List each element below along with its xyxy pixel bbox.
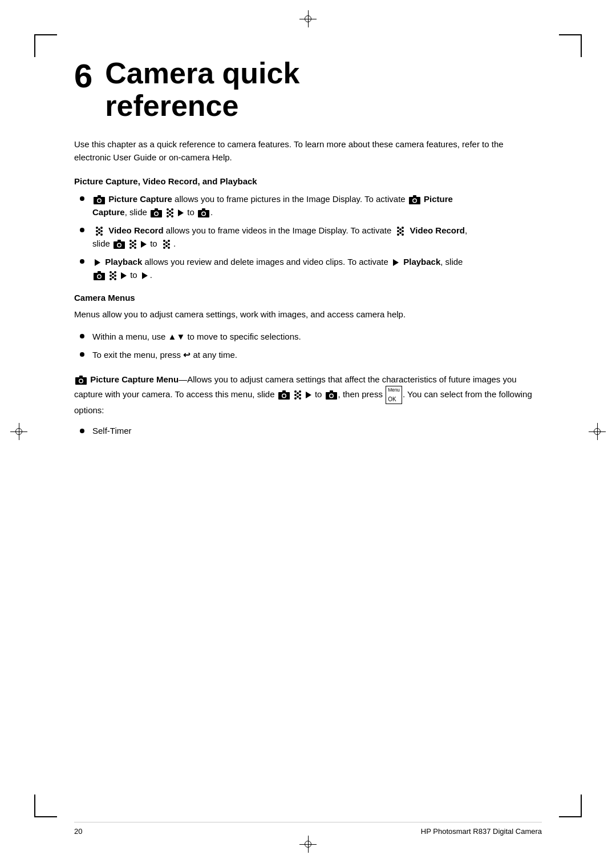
video-icon-2: [395, 227, 406, 236]
list-item: Playback allows you review and delete im…: [80, 256, 542, 281]
svg-point-15: [171, 208, 173, 211]
svg-point-26: [100, 230, 103, 232]
video-target-icon: [161, 240, 172, 249]
svg-rect-79: [79, 376, 83, 378]
svg-point-13: [171, 212, 173, 214]
footer: 20 HP Photosmart R837 Digital Camera: [74, 822, 542, 836]
svg-marker-94: [306, 392, 311, 398]
svg-rect-1: [98, 195, 101, 197]
playback-item: Playback allows you review and delete im…: [92, 256, 542, 281]
capture-menu-paragraph: Picture Capture Menu—Allows you to adjus…: [74, 373, 542, 417]
svg-point-70: [110, 271, 112, 273]
svg-point-25: [96, 230, 98, 232]
svg-point-34: [402, 230, 404, 232]
svg-point-12: [167, 212, 169, 214]
svg-point-92: [297, 392, 299, 394]
play-slide-icon-2: [140, 240, 148, 248]
svg-point-19: [169, 213, 171, 216]
corner-mark-bottom-left: [34, 795, 57, 817]
svg-point-33: [397, 230, 399, 232]
svg-point-72: [110, 278, 112, 280]
cam-slide-icon-3: [94, 271, 105, 280]
svg-marker-20: [178, 209, 184, 216]
svg-point-3: [98, 199, 101, 202]
bullet-dot: [80, 228, 84, 232]
corner-mark-top-left: [34, 34, 57, 57]
slide-icons-menu: [277, 390, 313, 400]
play-slide-icon-3: [120, 272, 128, 280]
playback-bold: Playback: [105, 257, 142, 267]
svg-rect-83: [282, 390, 286, 393]
svg-point-18: [169, 210, 171, 212]
intro-paragraph: Use this chapter as a quick reference to…: [74, 138, 542, 164]
menus-intro: Menus allow you to adjust camera setting…: [74, 308, 542, 321]
svg-marker-76: [121, 272, 127, 279]
play-slide-menu: [305, 391, 313, 399]
svg-marker-62: [95, 259, 100, 266]
section2-heading: Camera Menus: [74, 293, 542, 303]
page-number: 20: [74, 827, 82, 836]
svg-point-39: [399, 228, 402, 231]
page: 6 Camera quickreference Use this chapter…: [0, 0, 616, 863]
list-item: Within a menu, use ▲▼ to move to specifi…: [80, 330, 542, 344]
svg-point-60: [165, 241, 168, 244]
play-icon: [94, 259, 102, 267]
cam-menu-target: [326, 390, 337, 400]
svg-point-51: [132, 241, 134, 244]
crosshair-right: [589, 423, 606, 440]
svg-point-32: [98, 232, 100, 234]
video-slide-icon-3: [107, 271, 119, 280]
capture-menu-bold: Picture Capture Menu: [90, 374, 179, 384]
play-slide-icon: [177, 209, 185, 217]
svg-point-29: [96, 233, 98, 236]
slide-icons-3: [92, 271, 128, 280]
chapter-number: 6: [74, 59, 92, 92]
menu-navigate-item: Within a menu, use ▲▼ to move to specifi…: [92, 330, 542, 344]
svg-point-16: [167, 215, 169, 217]
svg-point-52: [132, 245, 134, 247]
video-record-bold: Video Record: [108, 225, 163, 235]
svg-rect-65: [98, 271, 101, 273]
svg-point-59: [168, 247, 170, 249]
svg-point-40: [399, 232, 402, 234]
slide-icons-2: [112, 240, 148, 249]
svg-point-71: [114, 271, 116, 273]
corner-mark-bottom-right: [559, 795, 582, 817]
svg-point-93: [297, 396, 299, 398]
chapter-title: Camera quickreference: [105, 57, 299, 122]
cam-slide-icon-2: [114, 240, 125, 249]
svg-point-30: [100, 233, 103, 236]
svg-point-67: [98, 275, 101, 278]
chapter-heading: 6 Camera quickreference: [74, 57, 542, 122]
cam-slide-icon: [151, 208, 162, 217]
picture-capture-item: Picture Capture allows you to frame pict…: [92, 193, 542, 219]
video-record-item: Video Record allows you to frame videos …: [92, 224, 542, 250]
svg-rect-42: [117, 240, 121, 242]
svg-point-58: [163, 247, 165, 249]
updown-arrows: ▲▼: [168, 332, 185, 341]
list-item: Self-Timer: [80, 425, 542, 438]
svg-point-57: [168, 240, 170, 242]
video-slide-icon-2: [127, 240, 139, 249]
product-name: HP Photosmart R837 Digital Camera: [421, 827, 542, 836]
video-icon: [94, 227, 105, 236]
playback-bold-2: Playback: [403, 257, 440, 267]
cam-slide-menu: [278, 390, 290, 400]
svg-point-45: [129, 243, 132, 245]
svg-point-74: [112, 273, 114, 275]
svg-rect-96: [330, 390, 333, 393]
svg-point-48: [134, 240, 136, 242]
menu-exit-item: To exit the menu, press ↩ at any time.: [92, 349, 542, 362]
list-item: Picture Capture allows you to frame pict…: [80, 193, 542, 219]
self-timer-list: Self-Timer: [80, 425, 542, 438]
camera-icon: [94, 195, 105, 204]
svg-point-98: [330, 394, 333, 397]
bullet-dot: [80, 334, 84, 338]
picture-capture-bold: Picture Capture: [108, 194, 172, 204]
bullet-dot: [80, 196, 84, 201]
video-slide-icon: [164, 208, 176, 217]
video-record-bold-2: Video Record: [410, 225, 465, 235]
svg-point-17: [171, 215, 173, 217]
play-target-icon: [141, 272, 149, 280]
svg-point-35: [397, 227, 399, 229]
